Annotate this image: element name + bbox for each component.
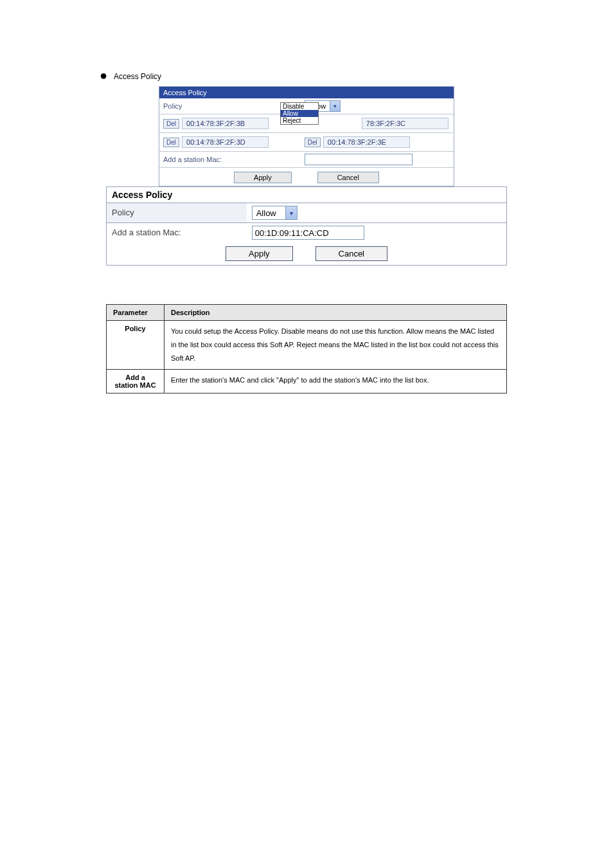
- policy-option-reject[interactable]: Reject: [281, 117, 318, 124]
- table-header-parameter: Parameter: [107, 305, 164, 321]
- section-title: Access Policy: [114, 71, 161, 81]
- mac-entry-4: 00:14:78:3F:2F:3E: [323, 136, 410, 148]
- param-policy: Policy: [107, 321, 164, 370]
- bullet-dot: ●: [100, 71, 107, 80]
- chevron-down-icon: ▾: [330, 101, 340, 111]
- panel2-header: Access Policy: [107, 187, 506, 203]
- panel2-apply-button[interactable]: Apply: [226, 246, 293, 261]
- panel2-policy-value: Allow: [253, 208, 285, 218]
- cancel-button[interactable]: Cancel: [317, 172, 379, 183]
- description-table: Parameter Description Policy You could s…: [106, 304, 507, 393]
- policy-option-allow[interactable]: Allow: [281, 110, 318, 117]
- add-station-input[interactable]: [305, 154, 413, 165]
- panel2-add-input[interactable]: [252, 226, 364, 240]
- mac-entry-2: 78:3F:2F:3C: [362, 118, 449, 129]
- desc-add-mac: Enter the station's MAC and click "Apply…: [164, 369, 507, 393]
- table-row: Policy You could setup the Access Policy…: [107, 321, 507, 370]
- mac-entry-3: 00:14:78:3F:2F:3D: [182, 136, 269, 148]
- add-station-label: Add a station Mac:: [159, 152, 301, 167]
- access-policy-panel-2: Access Policy Policy Allow ▾ Add a stati…: [106, 186, 507, 266]
- apply-button[interactable]: Apply: [234, 172, 292, 183]
- policy-label: Policy: [159, 98, 301, 114]
- del-button-4[interactable]: Del: [305, 138, 321, 147]
- access-policy-panel-1: Access Policy Policy Allow ▾ Disable All…: [159, 86, 454, 186]
- policy-dropdown-open[interactable]: Disable Allow Reject: [280, 102, 319, 125]
- panel2-cancel-button[interactable]: Cancel: [315, 246, 387, 261]
- desc-policy: You could setup the Access Policy. Disab…: [164, 321, 507, 370]
- del-button-1[interactable]: Del: [163, 119, 179, 129]
- panel2-policy-select[interactable]: Allow ▾: [252, 206, 298, 220]
- chevron-down-icon: ▾: [285, 206, 297, 219]
- mac-entry-1: 00:14:78:3F:2F:3B: [182, 118, 269, 129]
- policy-option-disable[interactable]: Disable: [281, 103, 318, 110]
- table-row: Add a station MAC Enter the station's MA…: [107, 369, 507, 393]
- panel2-policy-label: Policy: [107, 203, 247, 222]
- table-header-description: Description: [164, 305, 507, 321]
- panel-header: Access Policy: [159, 87, 454, 98]
- param-add-mac: Add a station MAC: [107, 369, 164, 393]
- panel2-add-label: Add a station Mac:: [107, 223, 247, 242]
- del-button-3[interactable]: Del: [163, 138, 179, 147]
